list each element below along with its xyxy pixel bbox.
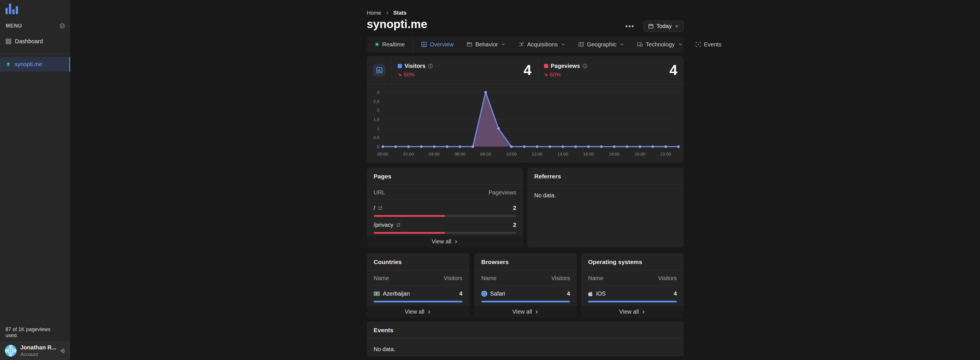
chevron-right-icon	[535, 310, 539, 314]
sidebar: MENU Dashboard synopti.me	[0, 0, 70, 360]
pageviews-change-value: 60%	[550, 72, 561, 78]
table-row: Azerbaijan 4	[374, 290, 462, 303]
chevron-down-icon	[675, 24, 679, 29]
tab-label: Behavior	[475, 41, 498, 48]
svg-text:1,5: 1,5	[373, 117, 379, 122]
bar-chart-icon	[376, 67, 383, 73]
page-link[interactable]: /	[374, 205, 382, 211]
breadcrumb-home[interactable]: Home	[367, 10, 381, 16]
visitors-legend-icon	[398, 64, 402, 68]
map-icon	[578, 41, 584, 47]
stats-tab-bar: Realtime Overview Behavior	[367, 37, 684, 53]
panel-title: Pages	[367, 167, 523, 185]
os-link[interactable]: iOS	[588, 290, 606, 297]
external-link-icon[interactable]	[378, 206, 382, 210]
os-name: iOS	[596, 290, 606, 297]
overview-chart-icon	[421, 41, 427, 47]
info-icon[interactable]	[582, 64, 587, 68]
chart-type-button[interactable]	[373, 64, 385, 76]
empty-state-text: No data.	[374, 339, 677, 356]
row-value: 2	[513, 205, 516, 211]
page-link[interactable]: /privacy	[374, 222, 401, 228]
svg-text:04:00: 04:00	[429, 151, 440, 156]
usage-text: 87 of 1K pageviews used.	[5, 327, 64, 339]
branch-arrow-icon	[519, 41, 524, 47]
site-favicon-icon	[6, 62, 11, 67]
view-all-button[interactable]: View all	[367, 306, 469, 318]
column-header-name: Name	[374, 275, 389, 282]
tab-behavior[interactable]: Behavior	[467, 41, 505, 48]
sidebar-item-site[interactable]: synopti.me	[0, 57, 70, 72]
sidebar-item-dashboard[interactable]: Dashboard	[0, 35, 70, 48]
row-bar-track	[374, 215, 516, 217]
view-all-button[interactable]: View all	[474, 306, 577, 318]
row-bar-fill	[481, 301, 570, 303]
view-all-label: View all	[619, 309, 639, 315]
more-options-button[interactable]: •••	[624, 21, 636, 32]
pageviews-label: Pageviews	[551, 63, 580, 69]
chevron-right-icon	[454, 240, 458, 244]
breadcrumb-current: Stats	[393, 10, 407, 16]
tab-label: Acquisitions	[527, 41, 558, 48]
tab-technology[interactable]: Technology	[637, 41, 682, 48]
tab-label: Technology	[646, 41, 675, 48]
column-header-pageviews: Pageviews	[488, 189, 516, 196]
chevron-down-icon	[678, 42, 682, 46]
svg-text:18:00: 18:00	[609, 151, 620, 156]
breadcrumb: Home Stats	[367, 10, 407, 16]
info-icon[interactable]	[428, 64, 433, 68]
row-bar-track	[481, 301, 570, 303]
app-logo-icon[interactable]	[5, 3, 19, 14]
tab-label: Overview	[430, 41, 453, 48]
visitors-stat: Visitors 50%	[392, 56, 538, 84]
tab-overview[interactable]: Overview	[421, 41, 453, 48]
tab-events[interactable]: Events	[695, 41, 721, 48]
account-menu[interactable]: Jonathan R... Account	[0, 341, 70, 360]
column-header-url: URL	[374, 189, 385, 196]
visitors-value: 4	[523, 62, 531, 78]
operating-systems-panel: Operating systems Name Visitors iOS	[581, 253, 684, 318]
country-link[interactable]: Azerbaijan	[374, 290, 410, 297]
sidebar-collapse-icon[interactable]	[60, 23, 65, 29]
panel-title: Referrers	[527, 167, 684, 185]
row-value: 4	[567, 290, 570, 297]
svg-text:12:00: 12:00	[531, 151, 542, 156]
visitors-label: Visitors	[404, 63, 425, 69]
visitors-change-value: 50%	[404, 72, 415, 78]
browser-link[interactable]: Safari	[481, 290, 505, 297]
pageviews-value: 4	[669, 62, 678, 78]
tab-realtime[interactable]: Realtime	[375, 41, 405, 48]
analytics-dashboard: MENU Dashboard synopti.me	[0, 0, 980, 360]
svg-text:10:00: 10:00	[506, 151, 517, 156]
svg-text:00:00: 00:00	[377, 151, 388, 156]
view-all-button[interactable]: View all	[367, 236, 523, 247]
svg-text:2: 2	[377, 108, 379, 113]
view-all-button[interactable]: View all	[581, 306, 684, 318]
live-dot-icon	[375, 42, 379, 47]
tab-divider	[413, 37, 413, 53]
svg-text:2,5: 2,5	[373, 99, 379, 104]
sidebar-divider	[0, 53, 70, 54]
traffic-chart: 00,511,522,5300:0002:0004:0006:0008:0010…	[367, 84, 684, 162]
svg-text:02:00: 02:00	[403, 151, 414, 156]
date-range-button[interactable]: Today	[643, 21, 684, 32]
menu-section-label: MENU	[6, 23, 22, 29]
tab-acquisitions[interactable]: Acquisitions	[519, 41, 565, 48]
view-all-label: View all	[432, 238, 452, 245]
visitors-change: 50%	[398, 72, 433, 78]
avatar	[5, 345, 17, 357]
browser-name: Safari	[490, 290, 505, 297]
tab-label: Events	[704, 41, 721, 48]
empty-state-text: No data.	[534, 185, 677, 206]
pageviews-legend-icon	[544, 64, 548, 68]
external-link-icon[interactable]	[396, 223, 401, 227]
calendar-icon	[648, 24, 654, 29]
logout-icon[interactable]	[59, 348, 65, 354]
svg-text:08:00: 08:00	[480, 151, 491, 156]
panel-title: Browsers	[474, 253, 577, 270]
tab-geographic[interactable]: Geographic	[578, 41, 624, 48]
row-bar-fill	[374, 215, 445, 217]
chevron-right-icon	[641, 310, 646, 314]
column-header-visitors: Visitors	[551, 275, 570, 282]
table-row: Safari 4	[481, 290, 570, 303]
